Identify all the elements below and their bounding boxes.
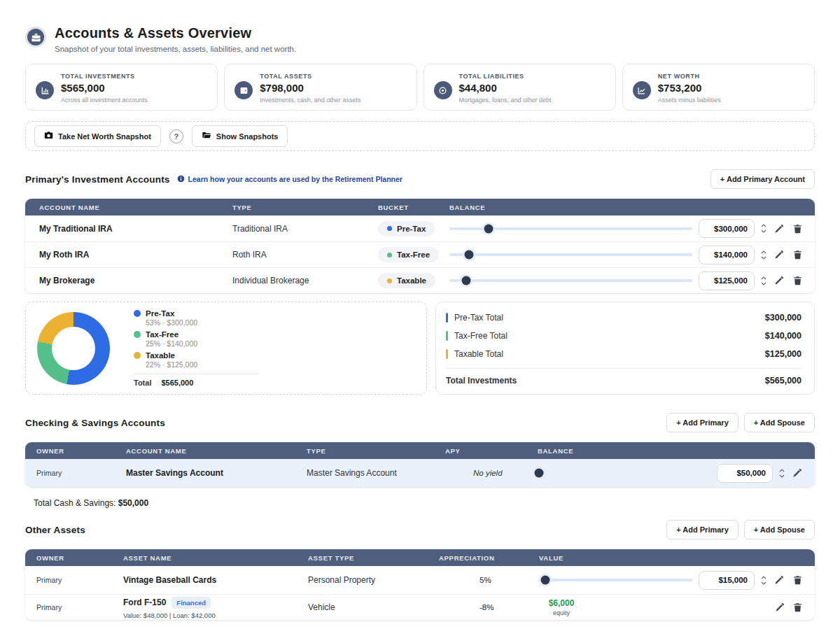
delete-button[interactable]: [792, 601, 804, 614]
balance-input[interactable]: [699, 219, 755, 238]
balance-slider[interactable]: [538, 472, 710, 474]
slider-thumb[interactable]: [462, 276, 471, 285]
stepper-down-icon: [761, 229, 766, 233]
add-spouse-button[interactable]: + Add Spouse: [744, 413, 815, 432]
totals-panel: Pre-Tax Total$300,000 Tax-Free Total$140…: [435, 302, 815, 395]
legend-dot-icon: [134, 352, 141, 359]
legend-dot-icon: [134, 331, 141, 338]
stepper-up-icon: [761, 224, 766, 227]
info-icon: [177, 175, 185, 184]
take-snapshot-button[interactable]: Take Net Worth Snapshot: [34, 125, 161, 147]
trash-icon: [793, 224, 802, 234]
allocation-row: Pre-Tax 53% · $300,000 Tax-Free 25% · $1…: [25, 302, 815, 395]
value-stepper[interactable]: [761, 276, 766, 285]
other-assets-section-header: Other Assets + Add Primary + Add Spouse: [25, 518, 815, 541]
pencil-icon: [792, 468, 802, 478]
owner: Primary: [36, 469, 126, 477]
card-caption: Assets minus liabilities: [658, 97, 721, 104]
other-assets-table: OWNER ASSET NAME ASSET TYPE APPRECIATION…: [25, 549, 815, 620]
slider-thumb[interactable]: [464, 250, 473, 260]
total-row: Tax-Free Total$140,000: [446, 327, 802, 345]
card-caption: Investments, cash, and other assets: [260, 97, 360, 104]
trash-icon: [793, 602, 802, 612]
col-bucket: BUCKET: [378, 204, 449, 211]
add-primary-account-button[interactable]: + Add Primary Account: [710, 169, 815, 189]
pencil-icon: [775, 602, 785, 612]
wallet-icon: [234, 81, 253, 99]
add-primary-button[interactable]: + Add Primary: [666, 520, 738, 539]
owner: Primary: [36, 603, 123, 612]
investments-section-header: Primary's Investment Accounts Learn how …: [25, 168, 815, 190]
checking-table: OWNER ACCOUNT NAME TYPE APY BALANCE Prim…: [25, 442, 815, 487]
delete-button[interactable]: [792, 574, 804, 586]
balance-input[interactable]: [699, 246, 755, 264]
edit-button[interactable]: [773, 248, 785, 261]
card-label: TOTAL INVESTMENTS: [61, 73, 148, 80]
stepper-up-icon: [779, 469, 785, 472]
summary-cards: TOTAL INVESTMENTS $565,000 Across all in…: [25, 64, 815, 111]
value-stepper[interactable]: [779, 469, 785, 478]
card-net-worth: NET WORTH $753,200 Assets minus liabilit…: [622, 64, 815, 111]
folder-icon: [202, 131, 211, 141]
account-type: Individual Brokerage: [232, 276, 378, 285]
account-name: My Roth IRA: [39, 250, 232, 260]
balance-input[interactable]: [717, 464, 773, 483]
delete-button[interactable]: [792, 222, 804, 235]
value-stepper[interactable]: [761, 576, 766, 585]
account-type: Master Savings Account: [307, 468, 445, 478]
total-row: Taxable Total$125,000: [446, 345, 802, 363]
add-primary-button[interactable]: + Add Primary: [666, 413, 738, 432]
edit-button[interactable]: [773, 222, 785, 235]
value-stepper[interactable]: [761, 250, 766, 260]
edit-button[interactable]: [773, 574, 785, 586]
card-label: TOTAL ASSETS: [260, 73, 360, 80]
balance-input[interactable]: [699, 271, 755, 290]
col-appreciation: APPRECIATION: [439, 554, 539, 562]
show-snapshots-button[interactable]: Show Snapshots: [192, 125, 288, 147]
total-cash-value: $50,000: [118, 498, 148, 508]
table-row: My Traditional IRA Traditional IRA Pre-T…: [25, 215, 815, 241]
value-stepper[interactable]: [761, 224, 766, 233]
other-assets-title: Other Assets: [25, 525, 85, 535]
investments-title: Primary's Investment Accounts: [25, 174, 170, 185]
edit-button[interactable]: [774, 601, 786, 614]
balance-slider[interactable]: [449, 227, 692, 230]
bucket-pill: Taxable: [378, 273, 435, 288]
add-spouse-button[interactable]: + Add Spouse: [744, 520, 815, 539]
card-total-liabilities: TOTAL LIABILITIES $44,800 Mortgages, loa…: [424, 64, 616, 111]
color-tick-icon: [446, 349, 448, 359]
slider-thumb[interactable]: [540, 576, 550, 585]
total-row: Pre-Tax Total$300,000: [446, 309, 802, 327]
col-balance: BALANCE: [538, 447, 804, 455]
value-slider[interactable]: [539, 579, 692, 581]
bucket-pill: Tax-Free: [378, 247, 439, 262]
card-label: NET WORTH: [658, 73, 721, 80]
legend-item: Tax-Free: [134, 330, 260, 339]
card-caption: Mortgages, loans, and other debt: [459, 97, 552, 104]
edit-button[interactable]: [773, 274, 785, 287]
delete-button[interactable]: [792, 274, 804, 287]
value-input[interactable]: [699, 571, 755, 590]
briefcase-icon: [25, 27, 46, 48]
trash-icon: [793, 276, 802, 285]
card-value: $565,000: [61, 82, 148, 94]
card-total-assets: TOTAL ASSETS $798,000 Investments, cash,…: [224, 64, 416, 111]
balance-slider[interactable]: [449, 253, 692, 256]
page-title: Accounts & Assets Overview: [55, 25, 296, 41]
apy-value: No yield: [445, 469, 538, 477]
other-assets-table-header: OWNER ASSET NAME ASSET TYPE APPRECIATION…: [25, 549, 815, 566]
retirement-planner-link[interactable]: Learn how your accounts are used by the …: [177, 175, 402, 184]
account-name: My Traditional IRA: [39, 224, 232, 234]
slider-thumb[interactable]: [535, 469, 544, 478]
slider-thumb[interactable]: [484, 224, 493, 233]
bar-chart-icon: [36, 81, 54, 99]
card-label: TOTAL LIABILITIES: [459, 73, 552, 80]
allocation-chart-panel: Pre-Tax 53% · $300,000 Tax-Free 25% · $1…: [25, 302, 427, 395]
delete-button[interactable]: [792, 248, 804, 261]
stepper-up-icon: [761, 250, 766, 254]
balance-slider[interactable]: [449, 279, 692, 282]
edit-button[interactable]: [791, 467, 804, 479]
col-account-name: ACCOUNT NAME: [126, 447, 307, 455]
investments-table: ACCOUNT NAME TYPE BUCKET BALANCE My Trad…: [25, 199, 815, 293]
help-icon[interactable]: ?: [169, 129, 183, 143]
